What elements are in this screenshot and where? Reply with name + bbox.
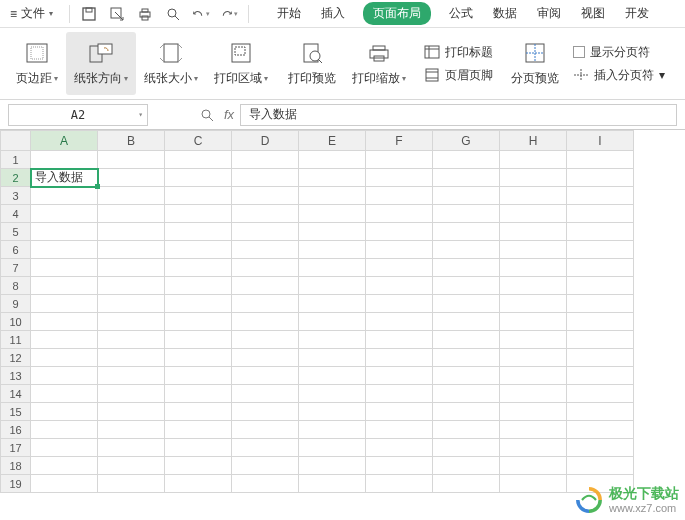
row-header-8[interactable]: 8 — [1, 277, 31, 295]
print-scale-button[interactable]: 打印缩放▾ — [344, 32, 414, 95]
cell-A4[interactable] — [31, 205, 98, 223]
cell-A19[interactable] — [31, 475, 98, 493]
row-header-11[interactable]: 11 — [1, 331, 31, 349]
cell-G16[interactable] — [433, 421, 500, 439]
cell-H5[interactable] — [500, 223, 567, 241]
cell-H19[interactable] — [500, 475, 567, 493]
tab-2[interactable]: 页面布局 — [363, 2, 431, 25]
cell-H4[interactable] — [500, 205, 567, 223]
insert-page-break-button[interactable]: 插入分页符 ▾ — [573, 67, 665, 84]
cell-B7[interactable] — [98, 259, 165, 277]
cell-F17[interactable] — [366, 439, 433, 457]
cell-H17[interactable] — [500, 439, 567, 457]
cell-F10[interactable] — [366, 313, 433, 331]
cell-E8[interactable] — [299, 277, 366, 295]
print-preview-button[interactable]: 打印预览 — [280, 32, 344, 95]
cell-C8[interactable] — [165, 277, 232, 295]
cell-I4[interactable] — [567, 205, 634, 223]
cell-I8[interactable] — [567, 277, 634, 295]
cell-G14[interactable] — [433, 385, 500, 403]
cell-C12[interactable] — [165, 349, 232, 367]
orientation-button[interactable]: 纸张方向▾ — [66, 32, 136, 95]
cell-B10[interactable] — [98, 313, 165, 331]
redo-icon[interactable]: ▾ — [220, 5, 238, 23]
cell-D14[interactable] — [232, 385, 299, 403]
show-page-break-checkbox[interactable]: 显示分页符 — [573, 44, 665, 61]
tab-6[interactable]: 视图 — [579, 1, 607, 26]
col-header-A[interactable]: A — [31, 131, 98, 151]
cell-A11[interactable] — [31, 331, 98, 349]
save-as-icon[interactable] — [108, 5, 126, 23]
cell-A16[interactable] — [31, 421, 98, 439]
row-header-17[interactable]: 17 — [1, 439, 31, 457]
cell-E1[interactable] — [299, 151, 366, 169]
save-icon[interactable] — [80, 5, 98, 23]
cell-A13[interactable] — [31, 367, 98, 385]
tab-5[interactable]: 审阅 — [535, 1, 563, 26]
cell-F12[interactable] — [366, 349, 433, 367]
row-header-16[interactable]: 16 — [1, 421, 31, 439]
cell-H12[interactable] — [500, 349, 567, 367]
cell-E5[interactable] — [299, 223, 366, 241]
cell-I17[interactable] — [567, 439, 634, 457]
col-header-G[interactable]: G — [433, 131, 500, 151]
spreadsheet-grid[interactable]: ABCDEFGHI12导入数据3456789101112131415161718… — [0, 130, 685, 518]
cell-H16[interactable] — [500, 421, 567, 439]
cell-H1[interactable] — [500, 151, 567, 169]
cell-B1[interactable] — [98, 151, 165, 169]
cell-E10[interactable] — [299, 313, 366, 331]
cell-D8[interactable] — [232, 277, 299, 295]
row-header-9[interactable]: 9 — [1, 295, 31, 313]
cell-I13[interactable] — [567, 367, 634, 385]
cell-B15[interactable] — [98, 403, 165, 421]
cell-F3[interactable] — [366, 187, 433, 205]
cell-C11[interactable] — [165, 331, 232, 349]
row-header-4[interactable]: 4 — [1, 205, 31, 223]
cell-F5[interactable] — [366, 223, 433, 241]
cell-I15[interactable] — [567, 403, 634, 421]
cell-E2[interactable] — [299, 169, 366, 187]
cell-C2[interactable] — [165, 169, 232, 187]
cell-E16[interactable] — [299, 421, 366, 439]
cell-F14[interactable] — [366, 385, 433, 403]
cell-I3[interactable] — [567, 187, 634, 205]
print-titles-button[interactable]: 打印标题 — [424, 44, 493, 61]
cell-D11[interactable] — [232, 331, 299, 349]
row-header-5[interactable]: 5 — [1, 223, 31, 241]
cell-B19[interactable] — [98, 475, 165, 493]
cell-F8[interactable] — [366, 277, 433, 295]
page-break-preview-button[interactable]: 分页预览 — [503, 32, 567, 95]
cell-A7[interactable] — [31, 259, 98, 277]
col-header-B[interactable]: B — [98, 131, 165, 151]
cell-I6[interactable] — [567, 241, 634, 259]
size-button[interactable]: 纸张大小▾ — [136, 32, 206, 95]
cell-G3[interactable] — [433, 187, 500, 205]
cell-A14[interactable] — [31, 385, 98, 403]
col-header-E[interactable]: E — [299, 131, 366, 151]
cell-F16[interactable] — [366, 421, 433, 439]
cell-H7[interactable] — [500, 259, 567, 277]
cell-C3[interactable] — [165, 187, 232, 205]
cell-H15[interactable] — [500, 403, 567, 421]
cell-D6[interactable] — [232, 241, 299, 259]
cell-G17[interactable] — [433, 439, 500, 457]
cell-E11[interactable] — [299, 331, 366, 349]
col-header-C[interactable]: C — [165, 131, 232, 151]
cell-C18[interactable] — [165, 457, 232, 475]
cell-F9[interactable] — [366, 295, 433, 313]
cell-B5[interactable] — [98, 223, 165, 241]
cell-E13[interactable] — [299, 367, 366, 385]
cell-I14[interactable] — [567, 385, 634, 403]
cell-E7[interactable] — [299, 259, 366, 277]
row-header-2[interactable]: 2 — [1, 169, 31, 187]
cell-B12[interactable] — [98, 349, 165, 367]
cell-I2[interactable] — [567, 169, 634, 187]
cell-F18[interactable] — [366, 457, 433, 475]
cell-C7[interactable] — [165, 259, 232, 277]
cell-G9[interactable] — [433, 295, 500, 313]
print-icon[interactable] — [136, 5, 154, 23]
cell-H11[interactable] — [500, 331, 567, 349]
cell-H18[interactable] — [500, 457, 567, 475]
file-menu[interactable]: ≡ 文件 ▾ — [0, 0, 63, 27]
cell-A15[interactable] — [31, 403, 98, 421]
